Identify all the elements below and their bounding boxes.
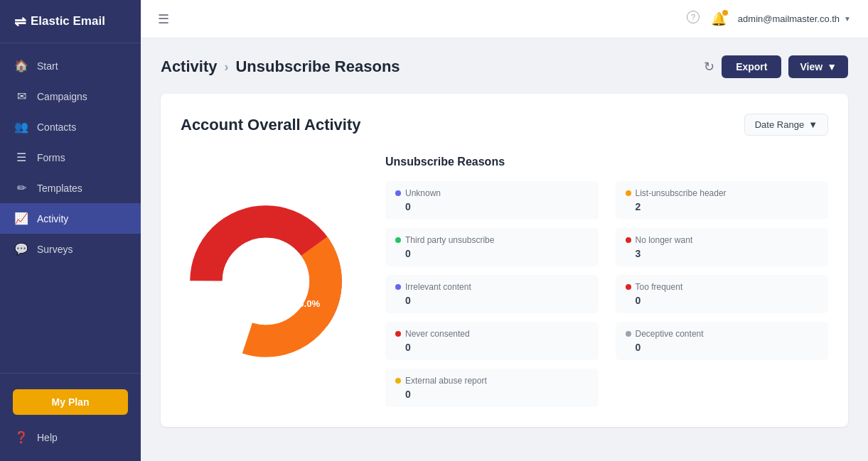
legend-title: Unsubscribe Reasons — [385, 156, 828, 168]
legend-item-value: 0 — [395, 342, 589, 353]
legend-dot — [395, 378, 401, 384]
legend-item-external-abuse: External abuse report 0 — [385, 369, 599, 407]
templates-icon: ✏ — [14, 181, 28, 195]
date-range-chevron-icon: ▼ — [808, 119, 818, 130]
export-button[interactable]: Export — [722, 55, 781, 78]
breadcrumb-current: Unsubscribe Reasons — [235, 58, 400, 76]
sidebar-item-forms[interactable]: ☰ Forms — [0, 142, 141, 173]
view-button[interactable]: View ▼ — [788, 55, 848, 78]
sidebar-item-label: Campaigns — [37, 91, 87, 102]
sidebar-logo: ⇌ Elastic Email — [0, 0, 141, 43]
legend-item-unknown: Unknown 0 — [385, 181, 599, 219]
legend-dot — [395, 237, 401, 243]
legend-item-label: Too frequent — [636, 282, 683, 292]
surveys-icon: 💬 — [14, 242, 28, 256]
view-chevron-icon: ▼ — [827, 61, 837, 72]
legend: Unsubscribe Reasons Unknown 0 List-unsub… — [385, 156, 828, 407]
sidebar-item-surveys[interactable]: 💬 Surveys — [0, 234, 141, 264]
legend-item-label: Third party unsubscribe — [405, 235, 494, 245]
legend-item-never-consented: Never consented 0 — [385, 322, 599, 360]
user-menu[interactable]: admin@mailmaster.co.th ▼ — [738, 13, 851, 24]
legend-label: Never consented — [395, 329, 589, 339]
legend-item-value: 0 — [395, 295, 589, 306]
menu-toggle[interactable]: ☰ — [158, 11, 169, 27]
legend-item-value: 2 — [626, 201, 819, 212]
sidebar-navigation: 🏠 Start ✉ Campaigns 👥 Contacts ☰ Forms ✏… — [0, 43, 141, 373]
user-chevron-icon: ▼ — [844, 15, 851, 23]
page-content: Activity › Unsubscribe Reasons ↻ Export … — [141, 38, 868, 461]
legend-item-label: Unknown — [405, 188, 441, 198]
app-name: Elastic Email — [31, 14, 105, 28]
sidebar-item-contacts[interactable]: 👥 Contacts — [0, 112, 141, 142]
legend-label: No longer want — [626, 235, 819, 245]
legend-label: External abuse report — [395, 376, 589, 386]
sidebar-item-help[interactable]: ❓ Help — [0, 422, 141, 452]
sidebar-item-label: Contacts — [37, 121, 76, 133]
legend-dot — [626, 284, 631, 290]
legend-item-value: 0 — [395, 248, 589, 259]
sidebar-item-label: Activity — [37, 213, 68, 224]
sidebar-item-activity[interactable]: 📈 Activity — [0, 203, 141, 234]
legend-item-label: External abuse report — [405, 376, 487, 386]
breadcrumb-separator: › — [224, 60, 228, 75]
forms-icon: ☰ — [14, 151, 28, 164]
sidebar-item-label: Help — [37, 432, 58, 443]
legend-label: Irrelevant content — [395, 282, 589, 292]
svg-text:60.0%: 60.0% — [294, 298, 321, 309]
legend-dot — [395, 284, 401, 290]
my-plan-button[interactable]: My Plan — [13, 389, 128, 415]
sidebar-item-campaigns[interactable]: ✉ Campaigns — [0, 81, 141, 112]
donut-chart: 40.0% 60.0% — [181, 196, 351, 367]
activity-card: Account Overall Activity Date Range ▼ — [161, 94, 848, 427]
legend-label: Third party unsubscribe — [395, 235, 589, 245]
legend-item-value: 3 — [626, 248, 819, 259]
sidebar-item-label: Surveys — [37, 244, 73, 255]
sidebar-item-label: Start — [37, 60, 58, 72]
main-content: ☰ ? 🔔 admin@mailmaster.co.th ▼ Acti — [141, 0, 868, 461]
view-label: View — [800, 61, 823, 72]
sidebar-item-templates[interactable]: ✏ Templates — [0, 173, 141, 203]
legend-item-label: Never consented — [405, 329, 470, 339]
legend-label: Too frequent — [626, 282, 819, 292]
legend-item-value: 0 — [395, 389, 589, 400]
legend-label: Deceptive content — [626, 329, 819, 339]
svg-text:40.0%: 40.0% — [220, 280, 247, 291]
sidebar-item-label: Templates — [37, 183, 82, 194]
topbar: ☰ ? 🔔 admin@mailmaster.co.th ▼ — [141, 0, 868, 38]
svg-text:?: ? — [691, 13, 695, 21]
logo-icon: ⇌ — [14, 13, 26, 30]
legend-item-value: 0 — [395, 201, 589, 212]
date-range-label: Date Range — [755, 119, 804, 130]
sidebar-item-start[interactable]: 🏠 Start — [0, 50, 141, 81]
topbar-left: ☰ — [158, 11, 169, 27]
refresh-button[interactable]: ↻ — [704, 59, 714, 75]
legend-item-third-party: Third party unsubscribe 0 — [385, 228, 599, 266]
sidebar-item-label: Forms — [37, 152, 65, 163]
notification-badge — [722, 10, 728, 16]
help-topbar-icon[interactable]: ? — [687, 11, 700, 27]
legend-item-label: No longer want — [636, 235, 693, 245]
breadcrumb-parent[interactable]: Activity — [161, 58, 217, 76]
chart-area: 40.0% 60.0% Unsubscribe Reasons Unknown … — [181, 156, 828, 407]
legend-item-label: List-unsubscribe header — [636, 188, 727, 198]
start-icon: 🏠 — [14, 59, 28, 72]
legend-dot — [626, 237, 631, 243]
page-header: Activity › Unsubscribe Reasons ↻ Export … — [161, 55, 848, 78]
card-title: Account Overall Activity — [181, 116, 360, 134]
breadcrumb: Activity › Unsubscribe Reasons — [161, 58, 400, 76]
legend-dot — [626, 190, 631, 196]
legend-item-list-unsubscribe: List-unsubscribe header 2 — [616, 181, 829, 219]
contacts-icon: 👥 — [14, 120, 28, 134]
page-actions: ↻ Export View ▼ — [704, 55, 848, 78]
campaigns-icon: ✉ — [14, 90, 28, 103]
topbar-right: ? 🔔 admin@mailmaster.co.th ▼ — [687, 11, 851, 27]
sidebar-bottom: My Plan ❓ Help — [0, 373, 141, 461]
date-range-button[interactable]: Date Range ▼ — [744, 114, 828, 136]
activity-icon: 📈 — [14, 212, 28, 225]
legend-grid: Unknown 0 List-unsubscribe header 2 Thir… — [385, 181, 828, 407]
notification-icon[interactable]: 🔔 — [711, 11, 727, 27]
sidebar: ⇌ Elastic Email 🏠 Start ✉ Campaigns 👥 Co… — [0, 0, 141, 461]
legend-dot — [626, 331, 631, 337]
legend-item-irrelevant: Irrelevant content 0 — [385, 275, 599, 313]
legend-dot — [395, 190, 401, 196]
